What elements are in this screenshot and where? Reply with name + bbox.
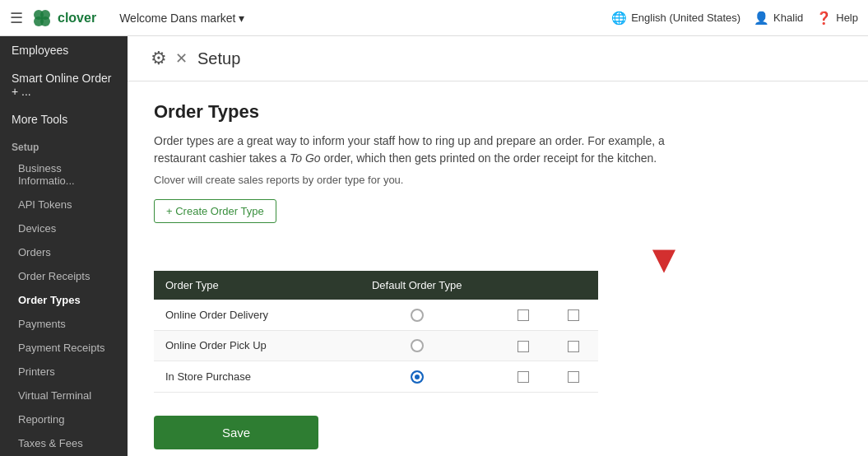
sidebar-item-orders[interactable]: Orders — [0, 240, 128, 264]
checkbox-1a[interactable] — [499, 300, 549, 330]
help-icon: ❓ — [816, 11, 832, 26]
dropdown-arrow: ▾ — [239, 12, 244, 25]
default-radio-2[interactable] — [336, 330, 499, 361]
setup-cross-icon: ✕ — [175, 49, 188, 67]
order-type-name-2: Online Order Pick Up — [154, 330, 336, 361]
default-radio-1[interactable] — [336, 300, 499, 330]
user-menu[interactable]: 👤 Khalid — [754, 11, 803, 26]
table-header-col3 — [499, 271, 549, 300]
checkbox-2a[interactable] — [499, 330, 549, 361]
sidebar-label-more-tools: More Tools — [12, 113, 67, 126]
order-type-name-1: Online Order Delivery — [154, 300, 336, 330]
checkbox-icon-3a[interactable] — [518, 371, 529, 383]
topbar-middle: Welcome Dans market ▾ — [106, 12, 601, 25]
topbar: ☰ clover Welcome Dans market ▾ 🌐 English… — [0, 0, 868, 36]
sub-description: Clover will create sales reports by orde… — [154, 174, 842, 186]
help-label: Help — [836, 12, 858, 24]
sidebar: Employees Smart Online Order + ... More … — [0, 36, 128, 456]
setup-header: ⚙ ✕ Setup — [128, 36, 868, 81]
create-order-type-button[interactable]: + Create Order Type — [154, 199, 276, 223]
sidebar-item-printers[interactable]: Printers — [0, 360, 128, 384]
svg-point-3 — [40, 16, 50, 26]
table-row: In Store Purchase — [154, 361, 598, 393]
table-header-default-order-type: Default Order Type — [336, 271, 499, 300]
main-content: ⚙ ✕ Setup Order Types Order types are a … — [128, 36, 868, 456]
radio-button-3-selected[interactable] — [411, 370, 424, 384]
sidebar-item-order-receipts[interactable]: Order Receipts — [0, 264, 128, 288]
help-button[interactable]: ❓ Help — [816, 11, 858, 26]
red-down-arrow-icon: ▼ — [644, 240, 684, 279]
sidebar-item-payment-receipts[interactable]: Payment Receipts — [0, 336, 128, 360]
sidebar-item-payments[interactable]: Payments — [0, 312, 128, 336]
radio-button-1[interactable] — [411, 309, 424, 322]
page-title: Order Types — [154, 101, 842, 123]
checkbox-icon-1b[interactable] — [568, 309, 579, 321]
language-selector[interactable]: 🌐 English (United States) — [611, 11, 740, 26]
globe-icon: 🌐 — [611, 11, 627, 26]
layout: Employees Smart Online Order + ... More … — [0, 36, 868, 456]
sidebar-item-virtual-terminal[interactable]: Virtual Terminal — [0, 384, 128, 407]
sidebar-item-api-tokens[interactable]: API Tokens — [0, 193, 128, 216]
checkbox-icon-3b[interactable] — [568, 371, 579, 383]
table-row: Online Order Pick Up — [154, 330, 598, 361]
content-area: Order Types Order types are a great way … — [128, 81, 868, 456]
order-type-name-3: In Store Purchase — [154, 361, 336, 393]
sidebar-item-employees[interactable]: Employees — [0, 36, 128, 64]
save-button[interactable]: Save — [154, 416, 318, 449]
checkbox-icon-1a[interactable] — [518, 309, 529, 321]
setup-title: Setup — [197, 49, 240, 68]
clover-logo-icon — [31, 7, 53, 29]
checkbox-3b[interactable] — [548, 361, 598, 393]
table-row: Online Order Delivery — [154, 300, 598, 330]
checkbox-icon-2b[interactable] — [568, 341, 579, 352]
sidebar-item-business-information[interactable]: Business Informatio... — [0, 156, 128, 193]
sidebar-category-setup: Setup — [0, 133, 128, 156]
setup-wrench-icon: ⚙ — [151, 48, 167, 69]
sidebar-label-employees: Employees — [12, 44, 68, 57]
checkbox-1b[interactable] — [548, 300, 598, 330]
welcome-dropdown[interactable]: Welcome Dans market ▾ — [119, 12, 244, 25]
radio-button-2[interactable] — [411, 339, 424, 352]
clover-logo-text: clover — [58, 11, 96, 26]
checkbox-icon-2a[interactable] — [518, 341, 529, 352]
table-header-order-type: Order Type — [154, 271, 336, 300]
sidebar-label-smart-online-order: Smart Online Order + ... — [12, 72, 116, 98]
topbar-right: 🌐 English (United States) 👤 Khalid ❓ Hel… — [611, 11, 858, 26]
sidebar-item-more-tools[interactable]: More Tools — [0, 105, 128, 133]
sidebar-item-taxes-fees[interactable]: Taxes & Fees — [0, 431, 128, 455]
welcome-label: Welcome Dans market — [119, 12, 235, 25]
clover-logo[interactable]: clover — [31, 7, 96, 29]
sidebar-item-reporting[interactable]: Reporting — [0, 407, 128, 431]
language-label: English (United States) — [631, 12, 740, 24]
user-name: Khalid — [773, 12, 803, 24]
checkbox-3a[interactable] — [499, 361, 549, 393]
table-header-col4 — [548, 271, 598, 300]
default-radio-3[interactable] — [336, 361, 499, 393]
user-icon: 👤 — [754, 11, 769, 26]
order-types-table: Order Type Default Order Type Online Ord… — [154, 271, 598, 393]
page-description: Order types are a great way to inform yo… — [154, 133, 713, 167]
sidebar-item-smart-online-order[interactable]: Smart Online Order + ... — [0, 64, 128, 105]
sidebar-item-devices[interactable]: Devices — [0, 216, 128, 240]
sidebar-item-order-types[interactable]: Order Types — [0, 288, 128, 312]
menu-icon[interactable]: ☰ — [10, 9, 23, 27]
checkbox-2b[interactable] — [548, 330, 598, 361]
topbar-left: ☰ clover — [10, 7, 96, 29]
